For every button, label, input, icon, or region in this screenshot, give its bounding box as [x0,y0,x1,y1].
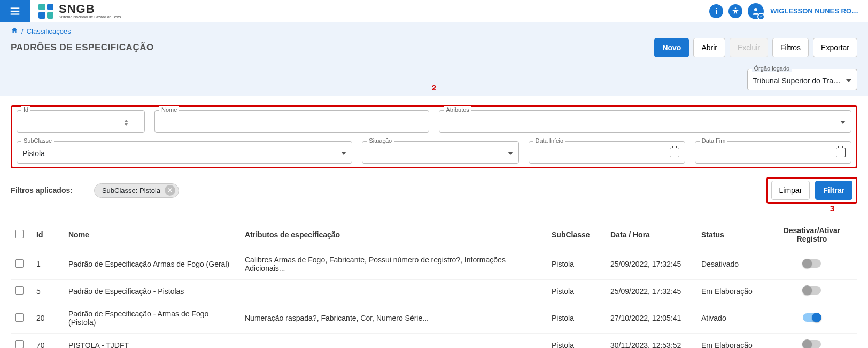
app-logo: SNGB Sistema Nacional de Gestão de Bens [38,3,121,19]
username[interactable]: WIGLESSON NUNES RO… [770,7,858,15]
table-row[interactable]: 70PISTOLA - TJDFTPistola30/11/2023, 12:5… [11,334,857,349]
situacao-field[interactable]: Situação [362,141,518,164]
cell-nome: Padrão de Especificação - Armas de Fogo … [64,303,241,334]
orgao-logado-value: Tribunal Superior do Tra… [753,76,841,85]
cell-status: Ativado [697,303,766,334]
breadcrumb: / Classificações [11,27,857,36]
filtrar-button[interactable]: Filtrar [815,181,852,200]
home-icon[interactable] [11,27,18,36]
cell-status: Em Elaboração [697,334,766,349]
orgao-logado-label: Órgão logado [752,65,792,72]
subclasse-value: Pistola [22,149,45,158]
chevron-down-icon [508,152,513,155]
menu-button[interactable] [0,0,30,22]
col-id: Id [32,221,64,249]
info-icon[interactable]: i [709,4,723,18]
col-status: Status [697,221,766,249]
cell-datahora: 27/10/2022, 12:05:41 [606,303,697,334]
atributos-input[interactable] [445,118,835,127]
calendar-icon[interactable] [836,148,846,157]
annotation-2: 2 [432,83,436,92]
nome-input[interactable] [160,118,413,127]
applied-filters-label: Filtros aplicados: [11,186,73,195]
logo-icon [38,4,53,19]
cell-status: Desativado [697,249,766,280]
abrir-button[interactable]: Abrir [693,38,725,57]
user-avatar-icon[interactable]: ✓ [748,3,764,19]
subclasse-field[interactable]: SubClasse Pistola [17,141,352,164]
results-table: Id Nome Atributos de especificação SubCl… [11,221,857,348]
row-checkbox[interactable] [15,286,24,295]
app-subtitle: Sistema Nacional de Gestão de Bens [59,15,121,19]
orgao-logado-select[interactable]: Órgão logado Tribunal Superior do Tra… [747,69,857,90]
data-inicio-field[interactable]: Data Início [529,141,685,164]
cell-id: 1 [32,249,64,280]
toggle-switch[interactable] [803,340,821,348]
row-checkbox[interactable] [15,340,24,348]
row-checkbox[interactable] [15,313,24,322]
id-input[interactable] [22,118,121,127]
filter-chip: SubClasse: Pistola ✕ [94,183,179,198]
cell-nome: PISTOLA - TJDFT [64,334,241,349]
novo-button[interactable]: Novo [654,38,689,57]
chevron-down-icon [840,121,846,124]
calendar-icon[interactable] [670,148,679,157]
cell-subclasse: Pistola [547,249,606,280]
table-row[interactable]: 1Padrão de Especificação Armas de Fogo (… [11,249,857,280]
toggle-switch[interactable] [803,286,821,295]
toggle-switch[interactable] [803,259,821,268]
cell-subclasse: Pistola [547,303,606,334]
accessibility-icon[interactable] [728,4,742,18]
annotation-3: 3 [830,204,834,213]
id-field[interactable]: Id [17,110,145,133]
data-fim-field[interactable]: Data Fim [695,141,851,164]
col-datahora: Data / Hora [606,221,697,249]
cell-atributos [241,334,547,349]
limpar-button[interactable]: Limpar [771,181,810,200]
row-checkbox[interactable] [15,259,24,268]
svg-point-4 [754,8,757,11]
cell-atributos [241,280,547,303]
excluir-button: Excluir [730,38,768,57]
cell-id: 70 [32,334,64,349]
toggle-switch[interactable] [803,313,821,322]
svg-point-3 [735,7,737,9]
cell-nome: Padrão de Especificação - Pistolas [64,280,241,303]
breadcrumb-link[interactable]: Classificações [27,27,71,35]
page-title: PADRÕES DE ESPECIFICAÇÃO [11,42,154,53]
col-atributos: Atributos de especificação [241,221,547,249]
cell-datahora: 25/09/2022, 17:32:45 [606,249,697,280]
remove-chip-icon[interactable]: ✕ [165,185,175,196]
data-inicio-input[interactable] [534,149,669,158]
cell-atributos: Calibres Armas de Fogo, Fabricante, Poss… [241,249,547,280]
chevron-down-icon [341,152,346,155]
table-row[interactable]: 20Padrão de Especificação - Armas de Fog… [11,303,857,334]
cell-subclasse: Pistola [547,280,606,303]
col-nome: Nome [64,221,241,249]
cell-id: 5 [32,280,64,303]
exportar-button[interactable]: Exportar [813,38,857,57]
cell-datahora: 25/09/2022, 17:32:45 [606,280,697,303]
data-fim-input[interactable] [701,149,835,158]
id-stepper[interactable] [124,120,128,126]
col-toggle: Desativar/Ativar Registro [766,221,857,249]
nome-field[interactable]: Nome [154,110,429,133]
cell-subclasse: Pistola [547,334,606,349]
cell-nome: Padrão de Especificação Armas de Fogo (G… [64,249,241,280]
filtros-button[interactable]: Filtros [772,38,809,57]
col-subclasse: SubClasse [547,221,606,249]
cell-datahora: 30/11/2023, 12:53:52 [606,334,697,349]
cell-id: 20 [32,303,64,334]
select-all-checkbox[interactable] [15,230,24,238]
app-name: SNGB [59,3,121,15]
table-row[interactable]: 5Padrão de Especificação - PistolasPisto… [11,280,857,303]
cell-atributos: Numeração raspada?, Fabricante, Cor, Num… [241,303,547,334]
chevron-down-icon [846,79,851,82]
atributos-field[interactable]: Atributos [439,110,851,133]
cell-status: Em Elaboração [697,280,766,303]
